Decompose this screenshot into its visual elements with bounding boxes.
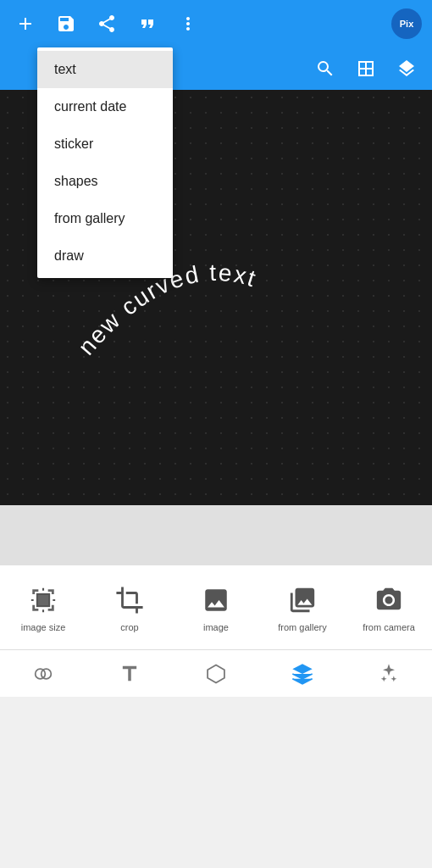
from-camera-tool[interactable]: from camera xyxy=(346,583,432,632)
menu-item-current-date[interactable]: current date xyxy=(37,88,173,125)
crop-tool[interactable]: crop xyxy=(86,583,173,632)
add-button[interactable] xyxy=(7,5,44,42)
crop-icon xyxy=(113,583,147,617)
zoom-button[interactable] xyxy=(307,50,344,87)
grid-button[interactable] xyxy=(347,50,385,87)
from-gallery-label: from gallery xyxy=(278,622,326,632)
nav-text[interactable] xyxy=(108,653,151,695)
image-size-tool[interactable]: image size xyxy=(0,583,86,632)
logo-text: Pix xyxy=(400,19,414,29)
nav-shape[interactable] xyxy=(195,653,237,695)
quote-button[interactable] xyxy=(129,5,166,42)
from-gallery-tool[interactable]: from gallery xyxy=(259,583,346,632)
menu-item-sticker[interactable]: sticker xyxy=(37,125,173,163)
svg-point-3 xyxy=(42,669,52,679)
toolbar-left xyxy=(7,5,207,42)
image-tool[interactable]: image xyxy=(173,583,259,632)
layers-button[interactable] xyxy=(388,50,425,87)
menu-item-shapes[interactable]: shapes xyxy=(37,163,173,200)
nav-effects[interactable] xyxy=(368,653,410,695)
top-toolbar: Pix xyxy=(0,0,432,47)
save-button[interactable] xyxy=(47,5,85,42)
image-icon xyxy=(199,583,233,617)
menu-item-text[interactable]: text xyxy=(37,51,173,88)
share-button[interactable] xyxy=(88,5,125,42)
nav-blend[interactable] xyxy=(22,653,64,695)
from-camera-label: from camera xyxy=(363,622,415,632)
image-size-icon xyxy=(26,583,60,617)
from-gallery-icon xyxy=(285,583,319,617)
bottom-toolbar: image size crop image from gallery from … xyxy=(0,565,432,649)
image-size-label: image size xyxy=(21,622,66,632)
app-logo: Pix xyxy=(391,8,422,39)
menu-item-draw[interactable]: draw xyxy=(37,237,173,275)
logo-area: Pix xyxy=(388,5,425,42)
more-button[interactable] xyxy=(169,5,207,42)
nav-layers[interactable] xyxy=(281,653,324,695)
image-label: image xyxy=(203,622,229,632)
dropdown-menu: text current date sticker shapes from ga… xyxy=(37,47,173,278)
from-camera-icon xyxy=(372,583,406,617)
crop-label: crop xyxy=(120,622,138,632)
spacer xyxy=(0,505,432,565)
menu-item-from-gallery[interactable]: from gallery xyxy=(37,200,173,237)
bottom-nav xyxy=(0,649,432,697)
svg-marker-4 xyxy=(208,665,224,682)
